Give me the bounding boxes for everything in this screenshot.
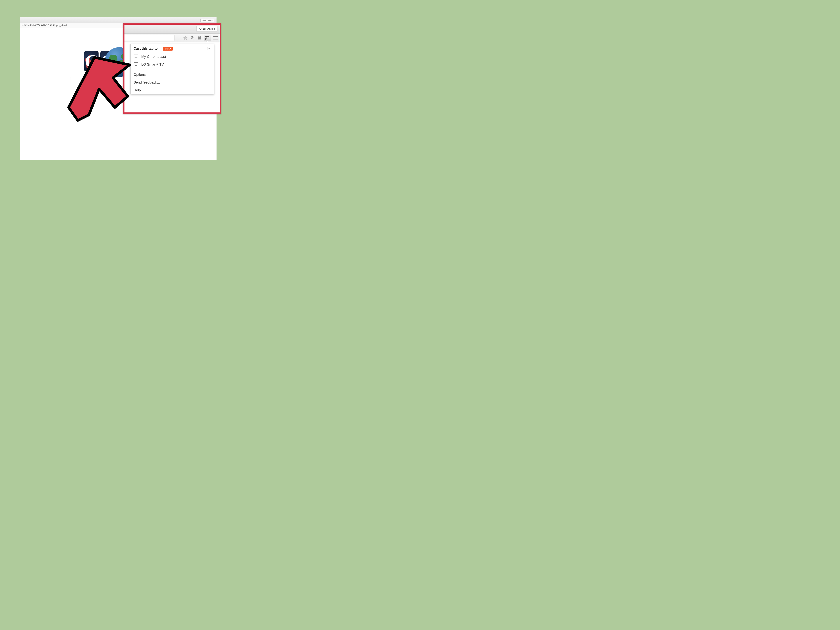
device-tv-icon (134, 62, 138, 67)
svg-marker-10 (208, 48, 210, 49)
address-bar[interactable] (125, 35, 174, 41)
cast-device-label: My Chromecast (141, 55, 166, 58)
artlab-assist-button-back[interactable]: Artlab Assist (201, 19, 214, 22)
svg-line-2 (193, 38, 194, 39)
zoom-toolbar (125, 33, 219, 43)
svg-rect-13 (134, 63, 138, 65)
cast-dropdown-toggle[interactable] (207, 47, 211, 51)
cast-button[interactable] (204, 35, 211, 41)
svg-point-8 (199, 38, 201, 39)
cast-device-lg[interactable]: LG Smart+ TV (131, 61, 214, 68)
zoom-icon[interactable] (189, 35, 195, 41)
zoom-titlebar: Artlab Assist (125, 25, 219, 33)
zoom-overlay: Artlab Assist (123, 23, 221, 114)
beta-badge: BETA (163, 47, 173, 51)
cast-device-chromecast[interactable]: My Chromecast (131, 53, 214, 61)
doodle-letter: G (84, 51, 98, 71)
cast-help[interactable]: Help (131, 86, 214, 94)
artlab-assist-button[interactable]: Artlab Assist (196, 26, 218, 32)
svg-rect-11 (134, 55, 138, 57)
cast-dropdown-header: Cast this tab to... BETA (131, 44, 214, 53)
svg-point-5 (198, 36, 199, 38)
bookmark-star-icon[interactable] (183, 35, 188, 41)
svg-point-9 (205, 39, 206, 39)
cast-send-feedback[interactable]: Send feedback... (131, 79, 214, 86)
extension-media-icon[interactable] (197, 35, 202, 41)
svg-marker-0 (184, 36, 187, 39)
cast-title: Cast this tab to... (134, 47, 160, 51)
hamburger-menu-icon[interactable] (213, 36, 218, 39)
device-tv-icon (134, 55, 138, 59)
cast-options[interactable]: Options (131, 71, 214, 79)
svg-point-6 (199, 36, 201, 38)
cast-device-label: LG Smart+ TV (141, 62, 164, 66)
back-titlebar (20, 17, 216, 23)
cast-dropdown: Cast this tab to... BETA My Chromecast L… (130, 44, 214, 94)
